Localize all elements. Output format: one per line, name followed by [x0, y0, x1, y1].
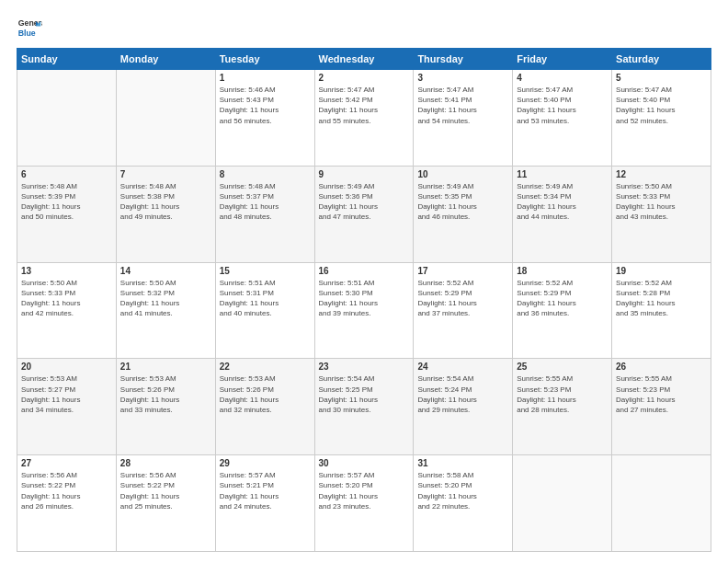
- day-number: 1: [220, 73, 311, 83]
- day-detail: Sunrise: 5:48 AMSunset: 5:39 PMDaylight:…: [21, 181, 112, 223]
- calendar-cell: 26Sunrise: 5:55 AMSunset: 5:23 PMDayligh…: [612, 359, 711, 455]
- calendar-cell: 31Sunrise: 5:58 AMSunset: 5:20 PMDayligh…: [414, 455, 513, 552]
- day-detail: Sunrise: 5:47 AMSunset: 5:42 PMDaylight:…: [319, 85, 410, 126]
- day-detail: Sunrise: 5:57 AMSunset: 5:21 PMDaylight:…: [220, 470, 311, 511]
- day-detail: Sunrise: 5:51 AMSunset: 5:31 PMDaylight:…: [220, 278, 311, 319]
- calendar-cell: 7Sunrise: 5:48 AMSunset: 5:38 PMDaylight…: [116, 166, 215, 262]
- week-row-3: 13Sunrise: 5:50 AMSunset: 5:33 PMDayligh…: [17, 262, 711, 359]
- day-detail: Sunrise: 5:57 AMSunset: 5:20 PMDaylight:…: [319, 470, 410, 511]
- day-number: 14: [120, 266, 211, 276]
- calendar-cell: [612, 455, 711, 552]
- day-detail: Sunrise: 5:56 AMSunset: 5:22 PMDaylight:…: [21, 470, 112, 511]
- calendar-cell: 1Sunrise: 5:46 AMSunset: 5:43 PMDaylight…: [215, 70, 314, 167]
- day-detail: Sunrise: 5:50 AMSunset: 5:33 PMDaylight:…: [21, 278, 112, 319]
- calendar-cell: [116, 70, 215, 167]
- calendar-cell: 4Sunrise: 5:47 AMSunset: 5:40 PMDaylight…: [513, 70, 612, 167]
- day-detail: Sunrise: 5:53 AMSunset: 5:26 PMDaylight:…: [220, 373, 311, 415]
- day-number: 15: [220, 266, 311, 276]
- day-number: 11: [517, 169, 608, 179]
- calendar-cell: 13Sunrise: 5:50 AMSunset: 5:33 PMDayligh…: [17, 262, 117, 359]
- day-detail: Sunrise: 5:54 AMSunset: 5:25 PMDaylight:…: [319, 373, 410, 415]
- day-detail: Sunrise: 5:51 AMSunset: 5:30 PMDaylight:…: [319, 278, 410, 319]
- col-header-saturday: Saturday: [612, 49, 711, 70]
- calendar-cell: 2Sunrise: 5:47 AMSunset: 5:42 PMDaylight…: [314, 70, 414, 167]
- calendar-table: SundayMondayTuesdayWednesdayThursdayFrid…: [17, 48, 711, 552]
- calendar-cell: 23Sunrise: 5:54 AMSunset: 5:25 PMDayligh…: [314, 359, 414, 455]
- day-number: 16: [319, 266, 410, 276]
- day-number: 5: [616, 73, 707, 83]
- day-number: 3: [417, 73, 508, 83]
- week-row-2: 6Sunrise: 5:48 AMSunset: 5:39 PMDaylight…: [17, 166, 711, 262]
- day-detail: Sunrise: 5:49 AMSunset: 5:36 PMDaylight:…: [319, 181, 410, 223]
- calendar-cell: 15Sunrise: 5:51 AMSunset: 5:31 PMDayligh…: [215, 262, 314, 359]
- day-detail: Sunrise: 5:58 AMSunset: 5:20 PMDaylight:…: [417, 470, 508, 511]
- col-header-sunday: Sunday: [17, 49, 117, 70]
- day-number: 28: [120, 458, 211, 468]
- calendar-cell: 18Sunrise: 5:52 AMSunset: 5:29 PMDayligh…: [513, 262, 612, 359]
- header: General Blue: [17, 15, 711, 40]
- header-row: SundayMondayTuesdayWednesdayThursdayFrid…: [17, 49, 711, 70]
- day-detail: Sunrise: 5:52 AMSunset: 5:28 PMDaylight:…: [616, 278, 707, 319]
- day-number: 10: [417, 169, 508, 179]
- calendar-cell: 30Sunrise: 5:57 AMSunset: 5:20 PMDayligh…: [314, 455, 414, 552]
- day-number: 29: [220, 458, 311, 468]
- calendar-page: General Blue SundayMondayTuesdayWednesda…: [0, 0, 728, 563]
- day-number: 21: [120, 362, 211, 372]
- day-number: 18: [517, 266, 608, 276]
- day-number: 19: [616, 266, 707, 276]
- col-header-monday: Monday: [116, 49, 215, 70]
- calendar-cell: 3Sunrise: 5:47 AMSunset: 5:41 PMDaylight…: [414, 70, 513, 167]
- day-number: 4: [517, 73, 608, 83]
- day-number: 25: [517, 362, 608, 372]
- calendar-cell: [17, 70, 117, 167]
- day-number: 13: [21, 266, 112, 276]
- calendar-cell: 28Sunrise: 5:56 AMSunset: 5:22 PMDayligh…: [116, 455, 215, 552]
- day-detail: Sunrise: 5:50 AMSunset: 5:33 PMDaylight:…: [616, 181, 707, 223]
- week-row-5: 27Sunrise: 5:56 AMSunset: 5:22 PMDayligh…: [17, 455, 711, 552]
- calendar-cell: 16Sunrise: 5:51 AMSunset: 5:30 PMDayligh…: [314, 262, 414, 359]
- calendar-cell: 24Sunrise: 5:54 AMSunset: 5:24 PMDayligh…: [414, 359, 513, 455]
- day-detail: Sunrise: 5:52 AMSunset: 5:29 PMDaylight:…: [517, 278, 608, 319]
- day-number: 30: [319, 458, 410, 468]
- calendar-cell: 21Sunrise: 5:53 AMSunset: 5:26 PMDayligh…: [116, 359, 215, 455]
- day-detail: Sunrise: 5:53 AMSunset: 5:26 PMDaylight:…: [120, 373, 211, 415]
- day-detail: Sunrise: 5:55 AMSunset: 5:23 PMDaylight:…: [616, 373, 707, 415]
- calendar-cell: 8Sunrise: 5:48 AMSunset: 5:37 PMDaylight…: [215, 166, 314, 262]
- day-number: 6: [21, 169, 112, 179]
- day-number: 8: [220, 169, 311, 179]
- day-detail: Sunrise: 5:48 AMSunset: 5:38 PMDaylight:…: [120, 181, 211, 223]
- col-header-friday: Friday: [513, 49, 612, 70]
- calendar-cell: 11Sunrise: 5:49 AMSunset: 5:34 PMDayligh…: [513, 166, 612, 262]
- col-header-wednesday: Wednesday: [314, 49, 414, 70]
- day-detail: Sunrise: 5:52 AMSunset: 5:29 PMDaylight:…: [417, 278, 508, 319]
- calendar-cell: 20Sunrise: 5:53 AMSunset: 5:27 PMDayligh…: [17, 359, 117, 455]
- day-detail: Sunrise: 5:54 AMSunset: 5:24 PMDaylight:…: [417, 373, 508, 415]
- day-number: 23: [319, 362, 410, 372]
- calendar-cell: 29Sunrise: 5:57 AMSunset: 5:21 PMDayligh…: [215, 455, 314, 552]
- day-detail: Sunrise: 5:55 AMSunset: 5:23 PMDaylight:…: [517, 373, 608, 415]
- day-number: 27: [21, 458, 112, 468]
- day-number: 12: [616, 169, 707, 179]
- col-header-tuesday: Tuesday: [215, 49, 314, 70]
- day-number: 31: [417, 458, 508, 468]
- day-detail: Sunrise: 5:50 AMSunset: 5:32 PMDaylight:…: [120, 278, 211, 319]
- logo: General Blue: [17, 15, 46, 40]
- day-number: 2: [319, 73, 410, 83]
- day-detail: Sunrise: 5:49 AMSunset: 5:34 PMDaylight:…: [517, 181, 608, 223]
- day-detail: Sunrise: 5:48 AMSunset: 5:37 PMDaylight:…: [220, 181, 311, 223]
- col-header-thursday: Thursday: [414, 49, 513, 70]
- calendar-cell: 14Sunrise: 5:50 AMSunset: 5:32 PMDayligh…: [116, 262, 215, 359]
- day-number: 17: [417, 266, 508, 276]
- calendar-cell: 6Sunrise: 5:48 AMSunset: 5:39 PMDaylight…: [17, 166, 117, 262]
- day-detail: Sunrise: 5:56 AMSunset: 5:22 PMDaylight:…: [120, 470, 211, 511]
- calendar-cell: 5Sunrise: 5:47 AMSunset: 5:40 PMDaylight…: [612, 70, 711, 167]
- calendar-cell: [513, 455, 612, 552]
- calendar-cell: 19Sunrise: 5:52 AMSunset: 5:28 PMDayligh…: [612, 262, 711, 359]
- day-number: 7: [120, 169, 211, 179]
- day-detail: Sunrise: 5:47 AMSunset: 5:40 PMDaylight:…: [517, 85, 608, 126]
- day-number: 22: [220, 362, 311, 372]
- day-number: 26: [616, 362, 707, 372]
- calendar-cell: 27Sunrise: 5:56 AMSunset: 5:22 PMDayligh…: [17, 455, 117, 552]
- day-detail: Sunrise: 5:53 AMSunset: 5:27 PMDaylight:…: [21, 373, 112, 415]
- day-number: 9: [319, 169, 410, 179]
